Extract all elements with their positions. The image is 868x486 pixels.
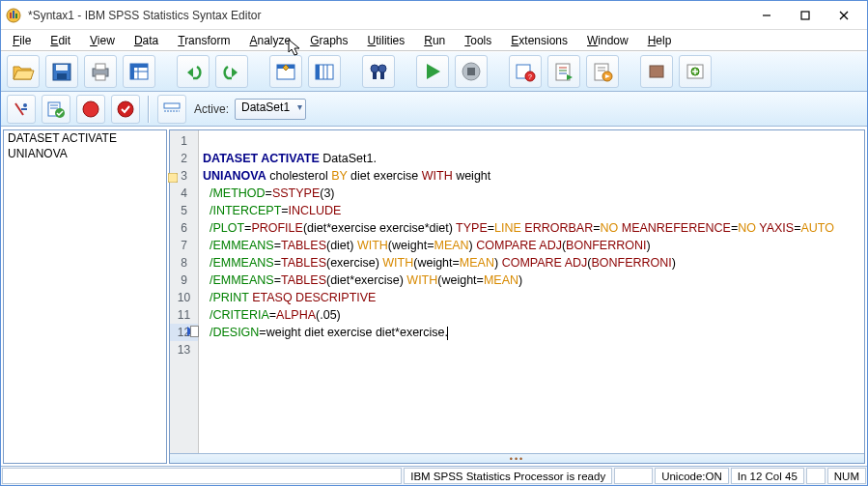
- status-empty-1: [614, 468, 653, 484]
- create-custom-dialog-button[interactable]: [679, 55, 712, 88]
- nav-item[interactable]: DATASET ACTIVATE: [4, 130, 166, 146]
- line-number[interactable]: 12: [170, 324, 198, 341]
- status-spacer-1: [2, 468, 402, 484]
- page-marker-icon: [190, 326, 199, 337]
- horizontal-splitter[interactable]: •••: [170, 453, 864, 463]
- menu-extensions[interactable]: Extensions: [503, 32, 575, 49]
- active-dataset-combo[interactable]: DataSet1: [235, 99, 306, 120]
- line-number[interactable]: 6: [170, 219, 198, 237]
- svg-rect-56: [164, 103, 180, 108]
- goto-case-button[interactable]: [269, 55, 302, 88]
- svg-rect-42: [650, 66, 663, 77]
- menu-data[interactable]: Data: [126, 32, 166, 49]
- status-unicode: Unicode:ON: [655, 468, 729, 484]
- menu-utilities[interactable]: Utilities: [360, 32, 413, 49]
- line-number[interactable]: 11: [170, 306, 198, 324]
- menubar: FileEditViewDataTransformAnalyzeGraphsUt…: [1, 30, 867, 51]
- menu-view[interactable]: View: [82, 32, 123, 49]
- menu-help[interactable]: Help: [640, 32, 680, 49]
- line-number[interactable]: 1: [170, 132, 198, 150]
- menu-window[interactable]: Window: [579, 32, 636, 49]
- status-cursor-pos: In 12 Col 45: [731, 468, 804, 484]
- print-button[interactable]: [84, 55, 117, 88]
- svg-rect-22: [316, 65, 320, 79]
- stop-button[interactable]: [455, 55, 488, 88]
- menu-file[interactable]: File: [5, 32, 39, 49]
- svg-point-26: [378, 65, 386, 72]
- info-marker-icon: [168, 170, 178, 180]
- svg-rect-5: [801, 12, 809, 19]
- code-line[interactable]: [203, 132, 860, 150]
- menu-run[interactable]: Run: [416, 32, 453, 49]
- record-button[interactable]: [76, 95, 105, 124]
- editor-body: DATASET ACTIVATEUNIANOVA 123456789101112…: [1, 127, 867, 466]
- code-line[interactable]: /EMMEANS=TABLES(diet) WITH(weight=MEAN) …: [203, 237, 860, 254]
- menu-transform[interactable]: Transform: [170, 32, 238, 49]
- code-line[interactable]: [203, 341, 860, 358]
- code-line[interactable]: /METHOD=SSTYPE(3): [203, 185, 860, 202]
- line-number[interactable]: 13: [170, 341, 198, 358]
- editor-pane: 12345678910111213 DATASET ACTIVATE DataS…: [169, 129, 865, 464]
- svg-rect-1: [10, 13, 12, 18]
- close-button[interactable]: [825, 2, 863, 29]
- nav-item[interactable]: UNIANOVA: [4, 146, 166, 161]
- minimize-button[interactable]: [747, 2, 786, 29]
- line-gutter[interactable]: 12345678910111213: [170, 130, 199, 453]
- validate-button[interactable]: [42, 95, 70, 124]
- line-number[interactable]: 2: [170, 150, 198, 167]
- line-number[interactable]: 3: [170, 167, 198, 185]
- find-button[interactable]: [362, 55, 395, 88]
- svg-point-55: [118, 101, 133, 117]
- syntax-help-button[interactable]: [547, 55, 580, 88]
- code-line[interactable]: /CRITERIA=ALPHA(.05): [203, 306, 860, 324]
- svg-rect-27: [373, 72, 377, 79]
- code-line[interactable]: /INTERCEPT=INCLUDE: [203, 202, 860, 219]
- save-button[interactable]: [45, 55, 78, 88]
- line-number[interactable]: 10: [170, 289, 198, 306]
- svg-point-25: [371, 65, 378, 72]
- syntax-code-area[interactable]: DATASET ACTIVATE DataSet1.UNIANOVA chole…: [199, 130, 864, 453]
- text-caret: [447, 327, 448, 340]
- command-nav-pane[interactable]: DATASET ACTIVATEUNIANOVA: [3, 129, 167, 464]
- line-number[interactable]: 9: [170, 272, 198, 289]
- syntax-toolbar: Active: DataSet1: [1, 92, 867, 127]
- line-number[interactable]: 4: [170, 185, 198, 202]
- goto-variable-button[interactable]: [308, 55, 341, 88]
- menu-edit[interactable]: Edit: [42, 32, 78, 49]
- status-processor: IBM SPSS Statistics Processor is ready: [404, 468, 612, 484]
- code-line[interactable]: /PRINT ETASQ DESCRIPTIVE: [203, 289, 860, 306]
- line-number[interactable]: 5: [170, 202, 198, 219]
- svg-text:?: ?: [528, 73, 532, 80]
- check-button[interactable]: [111, 95, 140, 124]
- main-toolbar: ?: [1, 51, 867, 92]
- code-line[interactable]: /EMMEANS=TABLES(exercise) WITH(weight=ME…: [203, 254, 860, 272]
- code-line[interactable]: /DESIGN=weight diet exercise diet*exerci…: [203, 324, 860, 341]
- new-syntax-button[interactable]: [586, 55, 619, 88]
- data-view-button[interactable]: [123, 55, 155, 88]
- svg-rect-2: [13, 11, 14, 18]
- redo-button[interactable]: [215, 55, 248, 88]
- titlebar: *Syntax1 - IBM SPSS Statistics Syntax Ed…: [1, 1, 867, 30]
- maximize-button[interactable]: [786, 2, 825, 29]
- line-number[interactable]: 7: [170, 237, 198, 254]
- open-button[interactable]: [7, 55, 40, 88]
- app-window: *Syntax1 - IBM SPSS Statistics Syntax Ed…: [0, 0, 868, 486]
- svg-rect-3: [15, 14, 17, 18]
- show-output-button[interactable]: [640, 55, 673, 88]
- undo-button[interactable]: [177, 55, 210, 88]
- toggle-breakpoint-button[interactable]: [7, 95, 36, 124]
- line-number[interactable]: 8: [170, 254, 198, 272]
- code-line[interactable]: UNIANOVA cholesterol BY diet exercise WI…: [203, 167, 860, 185]
- statusbar: IBM SPSS Statistics Processor is ready U…: [1, 466, 867, 485]
- code-line[interactable]: DATASET ACTIVATE DataSet1.: [203, 150, 860, 167]
- split-editor-button[interactable]: [157, 95, 186, 124]
- dialog-recall-button[interactable]: ?: [509, 55, 542, 88]
- code-line[interactable]: /PLOT=PROFILE(diet*exercise exercise*die…: [203, 219, 860, 237]
- menu-tools[interactable]: Tools: [457, 32, 499, 49]
- svg-rect-9: [56, 65, 68, 71]
- run-button[interactable]: [416, 55, 449, 88]
- app-icon: [5, 7, 22, 24]
- code-line[interactable]: /EMMEANS=TABLES(diet*exercise) WITH(weig…: [203, 272, 860, 289]
- menu-graphs[interactable]: Graphs: [302, 32, 355, 49]
- menu-analyze[interactable]: Analyze: [241, 32, 298, 49]
